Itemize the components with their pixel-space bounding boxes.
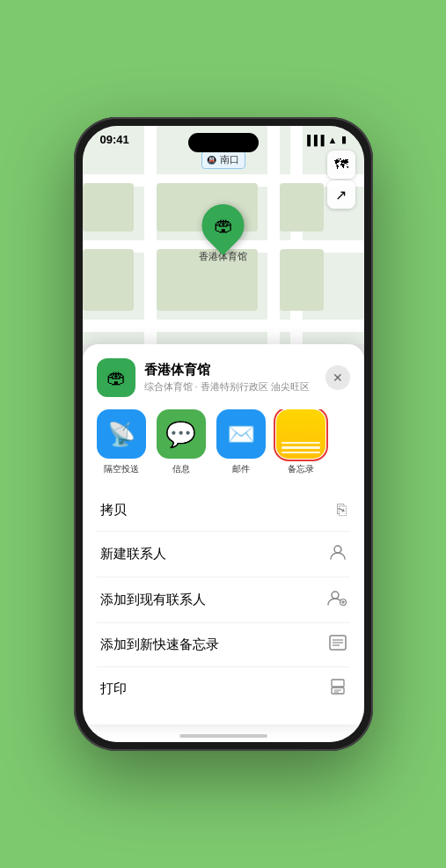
add-contact-icon <box>327 589 347 611</box>
venue-icon: 🏟 <box>97 358 135 397</box>
city-block <box>83 183 134 232</box>
map-controls: 🗺 ↗ <box>327 151 355 209</box>
close-button[interactable]: ✕ <box>325 365 350 390</box>
message-icon-wrap: 💬 <box>157 409 206 459</box>
home-bar <box>179 734 267 738</box>
venue-name: 香港体育馆 <box>144 362 317 379</box>
city-block <box>280 249 324 311</box>
action-add-contact-label: 添加到现有联系人 <box>100 592 206 608</box>
status-icons: ▐▐▐ ▲ ▮ <box>303 134 346 145</box>
phone-frame: 09:41 ▐▐▐ ▲ ▮ <box>74 117 373 751</box>
notes-line-3 <box>281 452 320 454</box>
road <box>144 126 157 344</box>
wifi-icon: ▲ <box>328 135 338 145</box>
message-label: 信息 <box>172 463 190 475</box>
status-time: 09:41 <box>100 133 129 146</box>
share-item-message[interactable]: 💬 信息 <box>157 409 206 475</box>
venue-info: 香港体育馆 综合体育馆 · 香港特别行政区 油尖旺区 <box>144 362 317 394</box>
home-indicator <box>83 725 364 742</box>
venue-emoji: 🏟 <box>106 366 126 389</box>
location-button[interactable]: ↗ <box>327 180 355 209</box>
map-type-button[interactable]: 🗺 <box>327 151 355 179</box>
more-icon-wrap <box>336 409 350 459</box>
action-list: 拷贝 ⎘ 新建联系人 添加到现有联系人 添加到新快速备忘录 <box>97 489 350 710</box>
svg-point-0 <box>334 546 341 553</box>
mail-icon-wrap: ✉️ <box>216 409 266 459</box>
share-item-notes[interactable]: 备忘录 <box>276 409 325 475</box>
airdrop-icon: 📡 <box>107 421 135 448</box>
mail-label: 邮件 <box>232 463 250 475</box>
notes-label: 备忘录 <box>288 463 314 475</box>
city-block <box>280 183 324 232</box>
map-background: 🚇 南口 🏟 香港体育馆 🗺 ↗ <box>83 126 364 344</box>
svg-rect-9 <box>332 680 344 687</box>
map-label-text: 南口 <box>220 154 239 165</box>
airdrop-label: 隔空投送 <box>104 463 139 475</box>
pin-circle-bg: 🏟 <box>194 195 253 255</box>
phone-screen: 09:41 ▐▐▐ ▲ ▮ <box>83 126 364 742</box>
notes-icon-wrap <box>276 409 325 459</box>
venue-subtitle: 综合体育馆 · 香港特别行政区 油尖旺区 <box>144 380 317 394</box>
dynamic-island <box>188 133 259 152</box>
share-row: 📡 隔空投送 💬 信息 ✉️ 邮件 <box>97 409 350 477</box>
mail-icon: ✉️ <box>227 421 255 448</box>
bottom-sheet: 🏟 香港体育馆 综合体育馆 · 香港特别行政区 油尖旺区 ✕ 📡 隔空投送 <box>83 344 364 725</box>
venue-header: 🏟 香港体育馆 综合体育馆 · 香港特别行政区 油尖旺区 ✕ <box>97 358 350 397</box>
action-print[interactable]: 打印 <box>97 667 350 710</box>
airdrop-icon-wrap: 📡 <box>97 409 146 459</box>
share-item-mail[interactable]: ✉️ 邮件 <box>216 409 266 475</box>
action-copy[interactable]: 拷贝 ⎘ <box>97 489 350 532</box>
venue-pin: 🏟 香港体育馆 <box>199 204 247 263</box>
message-icon: 💬 <box>165 420 196 449</box>
road <box>290 126 303 344</box>
share-item-more[interactable]: 推 <box>336 409 350 475</box>
action-quick-note-label: 添加到新快速备忘录 <box>100 636 219 653</box>
print-icon <box>329 679 347 699</box>
new-contact-icon <box>329 543 347 565</box>
copy-icon: ⎘ <box>337 501 347 519</box>
action-new-contact[interactable]: 新建联系人 <box>97 532 350 577</box>
map-label-nankou: 🚇 南口 <box>201 151 245 169</box>
map-area[interactable]: 🚇 南口 🏟 香港体育馆 🗺 ↗ <box>83 126 364 344</box>
city-block <box>83 249 134 311</box>
action-copy-label: 拷贝 <box>100 502 127 519</box>
battery-icon: ▮ <box>341 134 347 145</box>
action-new-contact-label: 新建联系人 <box>100 546 166 563</box>
notes-line-2 <box>281 446 320 449</box>
action-print-label: 打印 <box>100 680 127 697</box>
notes-icon-inner <box>276 409 325 459</box>
road <box>83 320 364 332</box>
signal-icon: ▐▐▐ <box>303 135 324 145</box>
action-quick-note[interactable]: 添加到新快速备忘录 <box>97 623 350 667</box>
action-add-contact[interactable]: 添加到现有联系人 <box>97 577 350 623</box>
svg-point-1 <box>332 592 339 599</box>
road <box>267 126 280 344</box>
quick-note-icon <box>329 635 347 655</box>
notes-line-1 <box>281 442 320 445</box>
pin-icon: 🏟 <box>214 214 233 237</box>
share-item-airdrop[interactable]: 📡 隔空投送 <box>97 409 146 475</box>
